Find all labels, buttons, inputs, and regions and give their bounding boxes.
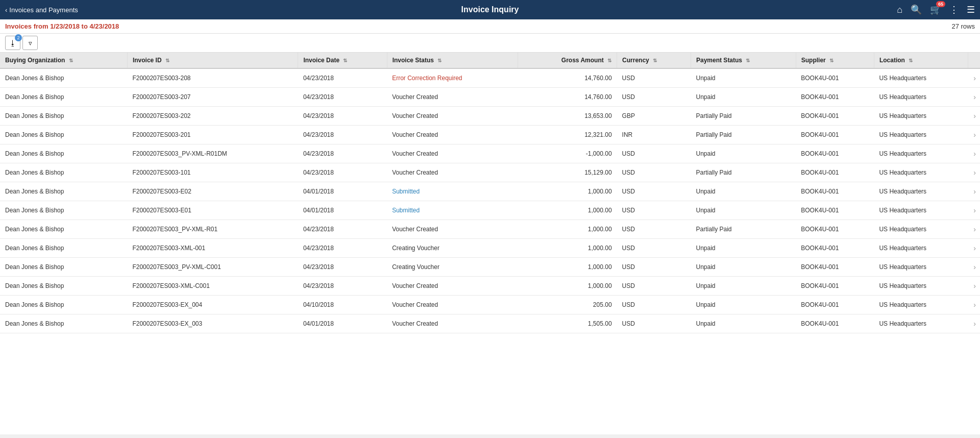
col-currency[interactable]: Currency ⇅ — [617, 53, 691, 68]
row-count-label: 27 rows — [951, 22, 975, 30]
row-chevron-icon[interactable]: › — [968, 239, 980, 258]
row-chevron-icon[interactable]: › — [968, 258, 980, 277]
table-row[interactable]: Dean Jones & Bishop F2000207ES003-XML-C0… — [0, 277, 980, 296]
back-label: Invoices and Payments — [9, 6, 78, 14]
row-chevron-icon[interactable]: › — [968, 296, 980, 314]
download-badge: 2 — [15, 34, 22, 41]
filter-button[interactable]: ▿ — [22, 36, 38, 50]
table-row[interactable]: Dean Jones & Bishop F2000207ES003-EX_003… — [0, 314, 980, 333]
cell-location: US Headquarters — [874, 258, 968, 277]
cell-invoice-status: Voucher Created — [387, 296, 518, 314]
cell-buying-org: Dean Jones & Bishop — [0, 258, 127, 277]
cell-gross-amount: 14,760.00 — [518, 88, 617, 107]
table-row[interactable]: Dean Jones & Bishop F2000207ES003-202 04… — [0, 107, 980, 126]
cell-gross-amount: -1,000.00 — [518, 144, 617, 163]
cell-payment-status: Unpaid — [691, 239, 796, 258]
sort-icon-supplier: ⇅ — [829, 58, 834, 63]
cell-gross-amount: 14,760.00 — [518, 68, 617, 88]
sub-header: Invoices from 1/23/2018 to 4/23/2018 27 … — [0, 19, 980, 34]
cell-invoice-status: Voucher Created — [387, 144, 518, 163]
invoice-table: Buying Organization ⇅ Invoice ID ⇅ Invoi… — [0, 53, 980, 333]
cell-location: US Headquarters — [874, 182, 968, 201]
table-row[interactable]: Dean Jones & Bishop F2000207ES003_PV-XML… — [0, 258, 980, 277]
cell-payment-status: Unpaid — [691, 258, 796, 277]
back-navigation[interactable]: ‹ Invoices and Payments — [5, 6, 107, 14]
date-range-label: Invoices from 1/23/2018 to 4/23/2018 — [5, 22, 119, 30]
cart-icon[interactable]: 🛒 65 — [930, 4, 941, 15]
row-chevron-icon[interactable]: › — [968, 107, 980, 126]
home-icon[interactable]: ⌂ — [897, 5, 902, 15]
cell-invoice-status: Voucher Created — [387, 126, 518, 144]
sort-icon-invoice-status: ⇅ — [437, 58, 442, 63]
table-row[interactable]: Dean Jones & Bishop F2000207ES003-E02 04… — [0, 182, 980, 201]
cell-invoice-id: F2000207ES003-EX_004 — [127, 296, 298, 314]
table-row[interactable]: Dean Jones & Bishop F2000207ES003-EX_004… — [0, 296, 980, 314]
table-row[interactable]: Dean Jones & Bishop F2000207ES003-E01 04… — [0, 201, 980, 220]
cell-invoice-id: F2000207ES003-EX_003 — [127, 314, 298, 333]
filter-icon: ▿ — [29, 39, 32, 47]
table-row[interactable]: Dean Jones & Bishop F2000207ES003_PV-XML… — [0, 144, 980, 163]
cell-gross-amount: 15,129.00 — [518, 163, 617, 182]
sort-icon-gross-amount: ⇅ — [607, 58, 611, 63]
cell-invoice-id: F2000207ES003-201 — [127, 126, 298, 144]
cell-supplier: BOOK4U-001 — [796, 258, 874, 277]
cell-buying-org: Dean Jones & Bishop — [0, 277, 127, 296]
cell-payment-status: Unpaid — [691, 144, 796, 163]
cell-invoice-date: 04/23/2018 — [298, 277, 387, 296]
row-chevron-icon[interactable]: › — [968, 220, 980, 239]
cell-invoice-status: Submitted — [387, 201, 518, 220]
cell-payment-status: Partially Paid — [691, 163, 796, 182]
cell-location: US Headquarters — [874, 144, 968, 163]
row-chevron-icon[interactable]: › — [968, 88, 980, 107]
cell-location: US Headquarters — [874, 163, 968, 182]
cell-invoice-id: F2000207ES003-E01 — [127, 201, 298, 220]
cell-supplier: BOOK4U-001 — [796, 144, 874, 163]
more-options-icon[interactable]: ⋮ — [949, 4, 959, 15]
search-icon[interactable]: 🔍 — [911, 4, 922, 15]
table-row[interactable]: Dean Jones & Bishop F2000207ES003_PV-XML… — [0, 220, 980, 239]
cell-invoice-status: Error Correction Required — [387, 68, 518, 88]
download-button[interactable]: ⭳ 2 — [5, 36, 20, 50]
row-chevron-icon[interactable]: › — [968, 182, 980, 201]
cell-currency: GBP — [617, 107, 691, 126]
cell-currency: USD — [617, 296, 691, 314]
col-invoice-status[interactable]: Invoice Status ⇅ — [387, 53, 518, 68]
row-chevron-icon[interactable]: › — [968, 201, 980, 220]
cell-invoice-date: 04/23/2018 — [298, 126, 387, 144]
row-chevron-icon[interactable]: › — [968, 126, 980, 144]
cell-invoice-date: 04/23/2018 — [298, 68, 387, 88]
cell-buying-org: Dean Jones & Bishop — [0, 163, 127, 182]
row-chevron-icon[interactable]: › — [968, 68, 980, 88]
col-payment-status[interactable]: Payment Status ⇅ — [691, 53, 796, 68]
table-row[interactable]: Dean Jones & Bishop F2000207ES003-201 04… — [0, 126, 980, 144]
cell-payment-status: Unpaid — [691, 277, 796, 296]
cell-currency: INR — [617, 126, 691, 144]
row-chevron-icon[interactable]: › — [968, 277, 980, 296]
table-row[interactable]: Dean Jones & Bishop F2000207ES003-101 04… — [0, 163, 980, 182]
cell-buying-org: Dean Jones & Bishop — [0, 144, 127, 163]
cell-invoice-id: F2000207ES003_PV-XML-R01DM — [127, 144, 298, 163]
row-chevron-icon[interactable]: › — [968, 163, 980, 182]
row-chevron-icon[interactable]: › — [968, 314, 980, 333]
cell-invoice-date: 04/23/2018 — [298, 239, 387, 258]
row-chevron-icon[interactable]: › — [968, 144, 980, 163]
col-gross-amount[interactable]: Gross Amount ⇅ — [518, 53, 617, 68]
cell-buying-org: Dean Jones & Bishop — [0, 220, 127, 239]
cell-gross-amount: 1,505.00 — [518, 314, 617, 333]
col-buying-org[interactable]: Buying Organization ⇅ — [0, 53, 127, 68]
table-row[interactable]: Dean Jones & Bishop F2000207ES003-207 04… — [0, 88, 980, 107]
settings-icon[interactable]: ☰ — [967, 4, 975, 15]
cell-currency: USD — [617, 144, 691, 163]
sort-icon-invoice-id: ⇅ — [165, 58, 169, 63]
table-row[interactable]: Dean Jones & Bishop F2000207ES003-XML-00… — [0, 239, 980, 258]
table-row[interactable]: Dean Jones & Bishop F2000207ES003-208 04… — [0, 68, 980, 88]
cell-supplier: BOOK4U-001 — [796, 163, 874, 182]
cell-currency: USD — [617, 68, 691, 88]
cell-currency: USD — [617, 201, 691, 220]
col-invoice-date[interactable]: Invoice Date ⇅ — [298, 53, 387, 68]
col-location[interactable]: Location ⇅ — [874, 53, 968, 68]
col-invoice-id[interactable]: Invoice ID ⇅ — [127, 53, 298, 68]
sort-icon-payment-status: ⇅ — [746, 58, 750, 63]
col-supplier[interactable]: Supplier ⇅ — [796, 53, 874, 68]
cell-payment-status: Unpaid — [691, 296, 796, 314]
